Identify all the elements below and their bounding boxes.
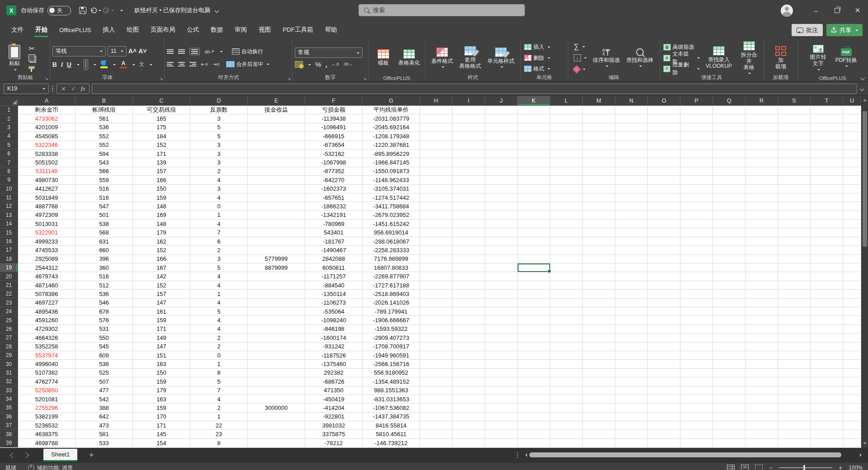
- cell-U35[interactable]: [843, 404, 861, 412]
- cell-S24[interactable]: [778, 307, 811, 316]
- row-header-6[interactable]: 6: [0, 150, 18, 158]
- cell-N18[interactable]: [615, 255, 648, 263]
- cell-B30[interactable]: 536: [75, 360, 133, 368]
- cell-I22[interactable]: [453, 290, 485, 298]
- cell-N10[interactable]: [615, 185, 648, 193]
- cell-I5[interactable]: [453, 141, 485, 150]
- cell-N21[interactable]: [615, 281, 648, 290]
- cell-S34[interactable]: [778, 395, 811, 404]
- cell-F37[interactable]: 3981032: [305, 421, 363, 430]
- cell-T23[interactable]: [811, 299, 843, 307]
- cell-B37[interactable]: 473: [75, 421, 133, 430]
- row-header-10[interactable]: 10: [0, 185, 18, 193]
- cell-N38[interactable]: [615, 430, 648, 438]
- cell-D4[interactable]: 5: [190, 132, 248, 141]
- cell-R17[interactable]: [745, 246, 778, 254]
- cell-M19[interactable]: [583, 263, 615, 272]
- cell-B1[interactable]: 帐绑残痕: [75, 106, 133, 114]
- cell-G33[interactable]: 988.1551363: [363, 386, 420, 395]
- cell-G29[interactable]: -1949.960591: [363, 351, 420, 360]
- cell-E19[interactable]: 8879999: [248, 263, 305, 272]
- cell-B39[interactable]: 533: [75, 439, 133, 447]
- cell-A2[interactable]: 4733062: [18, 114, 75, 123]
- row-header-32[interactable]: 32: [0, 377, 18, 386]
- cell-H12[interactable]: [420, 202, 453, 211]
- cell-K2[interactable]: [518, 114, 550, 123]
- row-header-5[interactable]: 5: [0, 141, 18, 150]
- cell-H26[interactable]: [420, 325, 453, 334]
- cell-O37[interactable]: [648, 421, 680, 430]
- cell-I3[interactable]: [453, 123, 485, 132]
- cell-Q3[interactable]: [713, 123, 745, 132]
- cell-O18[interactable]: [648, 255, 680, 263]
- cell-R19[interactable]: [745, 263, 778, 272]
- cell-O17[interactable]: [648, 246, 680, 254]
- column-header-D[interactable]: D: [190, 96, 248, 106]
- cell-C15[interactable]: 179: [133, 228, 190, 237]
- cell-E22[interactable]: [248, 290, 305, 298]
- cell-J16[interactable]: [485, 237, 518, 246]
- cell-S4[interactable]: [778, 132, 811, 141]
- cell-A30[interactable]: 4996040: [18, 360, 75, 368]
- cell-F17[interactable]: -1490467: [305, 246, 363, 254]
- cell-J11[interactable]: [485, 193, 518, 202]
- cell-T17[interactable]: [811, 246, 843, 254]
- search-box[interactable]: 搜索: [359, 4, 525, 16]
- insert-cells-button[interactable]: 插入: [523, 42, 566, 52]
- row-header-16[interactable]: 16: [0, 237, 18, 246]
- cell-R33[interactable]: [745, 386, 778, 395]
- cell-R5[interactable]: [745, 141, 778, 150]
- cell-K25[interactable]: [518, 316, 550, 324]
- cell-I8[interactable]: [453, 167, 485, 176]
- cell-K3[interactable]: [518, 123, 550, 132]
- column-header-T[interactable]: T: [811, 96, 843, 106]
- cell-K27[interactable]: [518, 334, 550, 342]
- tab-开始[interactable]: 开始: [29, 21, 53, 39]
- cell-D3[interactable]: 5: [190, 123, 248, 132]
- cell-R20[interactable]: [745, 272, 778, 281]
- cell-I27[interactable]: [453, 334, 485, 342]
- row-header-2[interactable]: 2: [0, 114, 18, 123]
- cell-E14[interactable]: [248, 220, 305, 228]
- cell-F31[interactable]: 292382: [305, 369, 363, 377]
- cell-N20[interactable]: [615, 272, 648, 281]
- row-header-3[interactable]: 3: [0, 123, 18, 132]
- select-all-corner[interactable]: [0, 96, 18, 106]
- cell-J38[interactable]: [485, 430, 518, 438]
- cell-P2[interactable]: [680, 114, 713, 123]
- cell-C6[interactable]: 171: [133, 150, 190, 158]
- cell-D30[interactable]: 1: [190, 360, 248, 368]
- cell-E23[interactable]: [248, 299, 305, 307]
- cell-R23[interactable]: [745, 299, 778, 307]
- cell-O23[interactable]: [648, 299, 680, 307]
- tab-审阅[interactable]: 审阅: [229, 21, 253, 39]
- cell-A12[interactable]: 4887768: [18, 202, 75, 211]
- tab-数据[interactable]: 数据: [205, 21, 229, 39]
- cell-C1[interactable]: 可交易残痕: [133, 106, 190, 114]
- cell-U11[interactable]: [843, 193, 861, 202]
- row-header-27[interactable]: 27: [0, 334, 18, 342]
- cell-M15[interactable]: [583, 228, 615, 237]
- row-header-11[interactable]: 11: [0, 193, 18, 202]
- cell-T27[interactable]: [811, 334, 843, 342]
- cell-E21[interactable]: [248, 281, 305, 290]
- cell-Q19[interactable]: [713, 263, 745, 272]
- cell-Q5[interactable]: [713, 141, 745, 150]
- cell-A35[interactable]: 2755296: [18, 404, 75, 412]
- cell-O8[interactable]: [648, 167, 680, 176]
- cell-S23[interactable]: [778, 299, 811, 307]
- cell-U34[interactable]: [843, 395, 861, 404]
- cell-J12[interactable]: [485, 202, 518, 211]
- cell-R14[interactable]: [745, 220, 778, 228]
- cell-I33[interactable]: [453, 386, 485, 395]
- cell-D2[interactable]: 3: [190, 114, 248, 123]
- cell-M26[interactable]: [583, 325, 615, 334]
- cell-I23[interactable]: [453, 299, 485, 307]
- cell-A21[interactable]: 4871460: [18, 281, 75, 290]
- cell-F8[interactable]: -877352: [305, 167, 363, 176]
- cell-F13[interactable]: -1342191: [305, 211, 363, 220]
- formula-input[interactable]: [92, 84, 857, 94]
- cell-M38[interactable]: [583, 430, 615, 438]
- orientation-dropdown-icon[interactable]: [220, 51, 223, 54]
- cell-Q20[interactable]: [713, 272, 745, 281]
